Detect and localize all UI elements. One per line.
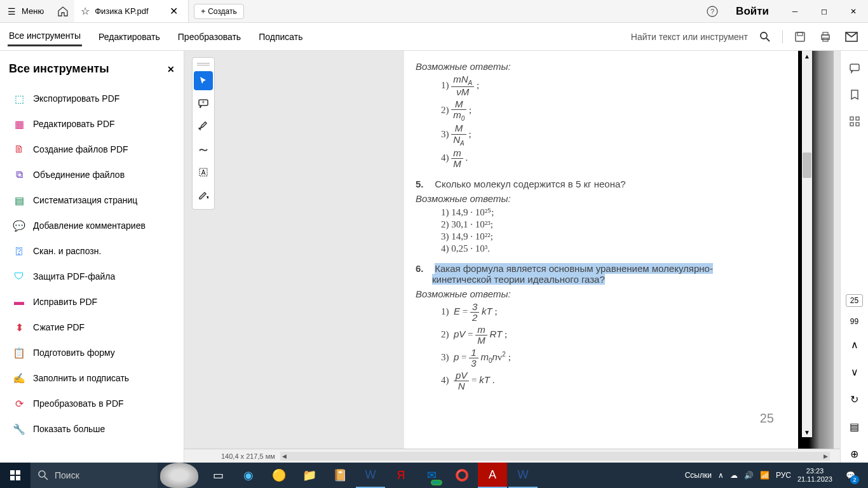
minimize-button[interactable]: ─ <box>780 0 810 23</box>
thumbnails-panel-button[interactable] <box>846 113 863 130</box>
tray-chevron[interactable]: ∧ <box>718 471 724 480</box>
layout-button[interactable]: ▤ <box>847 418 862 435</box>
menu-button[interactable]: Меню <box>0 0 51 22</box>
close-tab-button[interactable]: ✕ <box>166 4 182 18</box>
toolbar-drag-handle[interactable] <box>197 63 210 67</box>
scroll-down-button[interactable]: ▼ <box>802 427 812 437</box>
tab-title: Физика KP.pdf <box>95 6 161 16</box>
notifications-button[interactable]: 💬2 <box>839 463 862 488</box>
tool-label: Систематизация страниц <box>33 195 137 205</box>
help-button[interactable]: ? <box>700 6 724 17</box>
page-up-button[interactable]: ∧ <box>848 336 861 353</box>
page-down-button[interactable]: ∨ <box>848 363 861 381</box>
vertical-scrollbar[interactable]: ▲ ▼ <box>802 51 812 437</box>
taskbar-search[interactable]: Поиск <box>31 463 158 488</box>
app-5[interactable]: 📔 <box>325 463 355 488</box>
tool-label: Редактировать PDF <box>33 119 115 129</box>
volume-icon[interactable]: 🔊 <box>744 471 754 480</box>
svg-rect-20 <box>10 470 15 475</box>
tool-compress-pdf[interactable]: ⬍Сжатие PDF <box>9 315 175 340</box>
rotate-button[interactable]: ↻ <box>848 391 861 408</box>
answers-label-5: Возможные ответы: <box>416 193 787 204</box>
total-pages-label: 99 <box>850 317 858 326</box>
edge-app[interactable]: ◉ <box>234 463 263 488</box>
wifi-icon[interactable]: 📶 <box>760 471 770 480</box>
search-label[interactable]: Найти текст или инструмент <box>631 32 748 42</box>
zoom-button[interactable]: ⊕ <box>848 445 861 463</box>
menubar-sign[interactable]: Подписать <box>257 28 304 46</box>
word-app-2[interactable]: W <box>508 463 538 488</box>
draw-tool[interactable] <box>194 140 213 159</box>
browser-app[interactable]: ⭕ <box>447 463 477 488</box>
tool-combine-files[interactable]: ⧉Объединение файлов <box>9 162 175 187</box>
task-view-button[interactable]: ▭ <box>203 463 233 488</box>
cursor-icon <box>198 76 208 86</box>
tool-export-pdf[interactable]: ⬚Экспортировать PDF <box>9 86 175 111</box>
clock[interactable]: 23:23 21.11.2023 <box>797 467 832 484</box>
comment-tool[interactable]: + <box>194 94 213 113</box>
bookmark-panel-button[interactable] <box>846 86 863 103</box>
vertical-toolbar: + A ▾ <box>192 57 215 210</box>
tool-prepare-form[interactable]: 📋Подготовить форму <box>9 340 175 365</box>
tool-organize-pages[interactable]: ▤Систематизация страниц <box>9 187 175 213</box>
word-app[interactable]: W <box>356 463 385 488</box>
chat-panel-button[interactable] <box>846 60 863 76</box>
chrome-app[interactable]: 🟡 <box>264 463 294 488</box>
q6-opt-3: 3) p = 13 m0nv2 ; <box>441 348 787 369</box>
current-page-input[interactable]: 25 <box>846 294 863 307</box>
system-tray: Ссылки ∧ ☁ 🔊 📶 РУС 23:23 21.11.2023 💬2 <box>679 463 868 488</box>
menubar-edit[interactable]: Редактировать <box>97 28 161 46</box>
page-viewport[interactable]: Возможные ответы: 1) mNAνM ; 2) Mm0 ; 3)… <box>184 51 840 449</box>
home-button[interactable] <box>51 0 74 22</box>
mail-app[interactable]: ✉99+ <box>417 463 446 488</box>
text-select-tool[interactable]: A <box>194 163 213 182</box>
login-button[interactable]: Войти <box>727 5 778 18</box>
search-button[interactable] <box>757 29 773 45</box>
menubar-all-tools[interactable]: Все инструменты <box>8 27 82 46</box>
search-placeholder: Поиск <box>55 470 79 480</box>
star-icon: ☆ <box>81 5 90 17</box>
redact-icon: ▬ <box>13 295 25 308</box>
language-indicator[interactable]: РУС <box>776 471 791 480</box>
maximize-button[interactable]: ◻ <box>810 0 839 23</box>
onedrive-icon[interactable]: ☁ <box>730 471 738 480</box>
print-button[interactable] <box>817 29 834 45</box>
links-button[interactable]: Ссылки <box>685 471 712 480</box>
acrobat-app[interactable]: A <box>478 463 507 488</box>
question-6: 6. Какая формула является основным уравн… <box>416 263 787 285</box>
save-button[interactable] <box>792 29 808 45</box>
mail-badge: 99+ <box>431 480 442 485</box>
horizontal-scrollbar[interactable]: ◀ ▶ <box>280 452 830 461</box>
tool-convert-to-pdf[interactable]: ⟳Преобразовать в PDF <box>9 391 175 416</box>
yandex-app[interactable]: Я <box>386 463 416 488</box>
svg-rect-15 <box>850 64 859 71</box>
document-tab[interactable]: ☆ Физика KP.pdf ✕ <box>74 0 189 22</box>
q4-opt-2: 2) Mm0 ; <box>441 99 787 123</box>
menubar-convert[interactable]: Преобразовать <box>177 28 242 46</box>
document-area: + A ▾ Возможные ответы: <box>184 51 840 463</box>
select-tool[interactable] <box>194 71 213 90</box>
start-button[interactable] <box>0 463 31 488</box>
sidebar-close-button[interactable]: ✕ <box>167 64 175 74</box>
tool-redact-pdf[interactable]: ▬Исправить PDF <box>9 289 175 315</box>
tool-show-more[interactable]: 🔧Показать больше <box>9 416 175 442</box>
create-button[interactable]: + Создать <box>194 4 244 19</box>
close-window-button[interactable]: ✕ <box>839 0 868 23</box>
tool-protect-pdf[interactable]: 🛡Защита PDF-файла <box>9 264 175 289</box>
tool-add-comments[interactable]: 💬Добавление комментариев <box>9 213 175 238</box>
svg-rect-4 <box>796 32 804 41</box>
comment-icon: 💬 <box>13 219 25 232</box>
scroll-right-button[interactable]: ▶ <box>821 452 830 461</box>
scroll-thumb[interactable] <box>803 152 811 178</box>
highlight-tool[interactable] <box>194 117 213 136</box>
tool-fill-sign[interactable]: ✍Заполнить и подписать <box>9 365 175 391</box>
share-button[interactable] <box>843 29 860 44</box>
tool-edit-pdf[interactable]: ▦Редактировать PDF <box>9 111 175 137</box>
q5-options: 1) 14,9 · 10²⁵; 2) 30,1 · 10²³; 3) 14,9 … <box>416 207 787 254</box>
scroll-left-button[interactable]: ◀ <box>280 452 289 461</box>
tool-scan-ocr[interactable]: ⍰Скан. и распозн. <box>9 238 175 264</box>
tool-create-pdf[interactable]: 🗎Создание файлов PDF <box>9 137 175 162</box>
explorer-app[interactable]: 📁 <box>295 463 324 488</box>
scroll-up-button[interactable]: ▲ <box>802 51 812 61</box>
sign-tool[interactable]: ▾ <box>194 186 213 205</box>
